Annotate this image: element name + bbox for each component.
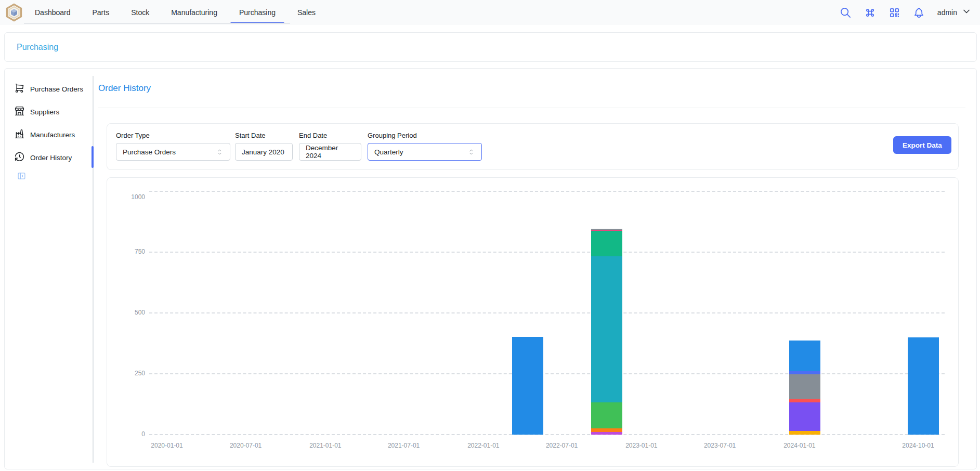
start-date-value: January 2020 — [242, 148, 284, 156]
bar-segment-gray[interactable] — [789, 374, 820, 399]
tab-label: Sales — [297, 8, 316, 17]
tab-label: Dashboard — [35, 8, 71, 17]
x-axis-tick-label: 2021-01-01 — [294, 442, 357, 449]
breadcrumb: Purchasing — [4, 32, 977, 62]
order-history-chart: 025050075010002020-01-012020-07-012021-0… — [107, 177, 959, 467]
qrcode-scan-icon[interactable] — [888, 6, 901, 19]
start-date-input[interactable]: January 2020 — [235, 143, 293, 161]
command-icon[interactable] — [864, 6, 877, 19]
filter-toolbar: Order Type Purchase Orders Start Date Ja… — [107, 123, 959, 170]
bar-segment-cyan[interactable] — [591, 256, 622, 403]
tab-dashboard[interactable]: Dashboard — [24, 0, 82, 24]
export-data-button[interactable]: Export Data — [893, 136, 951, 154]
sidebar-item-order-history[interactable]: Order History — [14, 149, 92, 166]
tab-purchasing[interactable]: Purchasing — [228, 0, 286, 24]
navbar-actions: admin — [840, 0, 972, 25]
gridline-1000 — [149, 191, 945, 192]
x-axis-tick-label: 2023-07-01 — [689, 442, 751, 449]
bar-segment-blue[interactable] — [908, 337, 939, 435]
tab-label: Purchasing — [239, 8, 276, 17]
tab-label: Parts — [93, 8, 110, 17]
x-axis-tick-label: 2020-01-01 — [136, 442, 198, 449]
grouping-period-label: Grouping Period — [368, 132, 482, 139]
y-axis-tick-label: 0 — [107, 430, 145, 438]
order-type-select[interactable]: Purchase Orders — [116, 143, 230, 161]
x-axis-tick-label: 2024-01-01 — [768, 442, 831, 449]
end-date-value: December 2024 — [306, 144, 355, 160]
sidebar-item-label: Manufacturers — [30, 131, 75, 139]
bell-icon[interactable] — [913, 6, 925, 19]
breadcrumb-purchasing-link[interactable]: Purchasing — [17, 43, 58, 52]
main-nav-tabs: Dashboard Parts Stock Manufacturing Purc… — [24, 0, 326, 24]
user-menu[interactable]: admin — [937, 6, 972, 19]
page-title: Order History — [98, 83, 151, 94]
tab-sales[interactable]: Sales — [286, 0, 326, 24]
grouping-period-select[interactable]: Quarterly — [368, 143, 482, 161]
search-icon[interactable] — [840, 6, 852, 19]
gridline-250 — [149, 373, 945, 374]
top-navbar: Dashboard Parts Stock Manufacturing Purc… — [0, 0, 980, 25]
y-axis-tick-label: 500 — [107, 309, 145, 316]
y-axis-tick-label: 250 — [107, 370, 145, 377]
sidebar-active-indicator — [92, 146, 94, 168]
bar-segment-teal[interactable] — [591, 231, 622, 256]
end-date-label: End Date — [299, 132, 361, 139]
bar-segment-orange[interactable] — [591, 428, 622, 432]
bar-segment-green[interactable] — [591, 402, 622, 428]
y-axis-tick-label: 1000 — [107, 193, 145, 201]
order-type-value: Purchase Orders — [123, 148, 176, 156]
grouping-period-filter: Grouping Period Quarterly — [368, 132, 482, 161]
stacked-bar-2022-10-01 — [591, 229, 622, 435]
tab-label: Stock — [131, 8, 149, 17]
chevron-down-icon — [961, 6, 972, 19]
bar-segment-grape[interactable] — [591, 432, 622, 435]
bar-segment-blue[interactable] — [512, 337, 543, 435]
x-axis-tick-label: 2022-07-01 — [531, 442, 593, 449]
factory-icon — [14, 128, 25, 141]
collapse-sidebar-icon[interactable] — [17, 172, 26, 180]
sidebar-item-suppliers[interactable]: Suppliers — [14, 103, 92, 121]
sidebar-item-label: Order History — [30, 154, 72, 162]
sidebar-item-label: Purchase Orders — [30, 85, 83, 93]
bar-segment-amber[interactable] — [789, 431, 820, 435]
sidebar-item-manufacturers[interactable]: Manufacturers — [14, 126, 92, 143]
chart-plot-area — [149, 191, 945, 435]
app-logo-icon[interactable] — [4, 3, 24, 22]
gridline-750 — [149, 252, 945, 253]
end-date-input[interactable]: December 2024 — [299, 143, 361, 161]
username: admin — [937, 8, 957, 17]
sidebar-divider — [93, 76, 94, 463]
sidebar-item-label: Suppliers — [30, 108, 59, 116]
grouping-period-value: Quarterly — [374, 148, 403, 156]
gridline-0 — [149, 434, 945, 435]
start-date-label: Start Date — [235, 132, 293, 139]
stacked-bar-2022-04-01 — [512, 337, 543, 435]
building-store-icon — [14, 106, 25, 119]
x-axis-tick-label: 2020-07-01 — [215, 442, 277, 449]
end-date-filter: End Date December 2024 — [299, 132, 361, 161]
start-date-filter: Start Date January 2020 — [235, 132, 293, 161]
bar-segment-violet[interactable] — [789, 402, 820, 431]
sidebar-item-purchase-orders[interactable]: Purchase Orders — [14, 80, 92, 98]
gridline-500 — [149, 312, 945, 313]
y-axis-tick-label: 750 — [107, 248, 145, 255]
history-clock-icon — [14, 151, 25, 164]
selector-updown-icon — [216, 148, 224, 156]
divider — [98, 108, 965, 108]
bar-segment-blue[interactable] — [789, 341, 820, 371]
x-axis-tick-label: 2023-01-01 — [610, 442, 673, 449]
x-axis-tick-label: 2024-10-01 — [887, 442, 949, 449]
order-type-filter: Order Type Purchase Orders — [116, 132, 230, 161]
purchasing-panel: Purchase Orders Suppliers Manufacturers … — [4, 68, 977, 469]
tab-label: Manufacturing — [171, 8, 217, 17]
tab-stock[interactable]: Stock — [120, 0, 160, 24]
x-axis-tick-label: 2021-07-01 — [373, 442, 435, 449]
shopping-cart-icon — [14, 83, 25, 96]
stacked-bar-2024-01-01 — [789, 341, 820, 435]
tab-parts[interactable]: Parts — [82, 0, 121, 24]
tab-manufacturing[interactable]: Manufacturing — [160, 0, 228, 24]
x-axis-tick-label: 2022-01-01 — [452, 442, 515, 449]
order-type-label: Order Type — [116, 132, 230, 139]
stacked-bar-2024-10-01 — [908, 337, 939, 435]
tabs-underline — [24, 23, 290, 24]
